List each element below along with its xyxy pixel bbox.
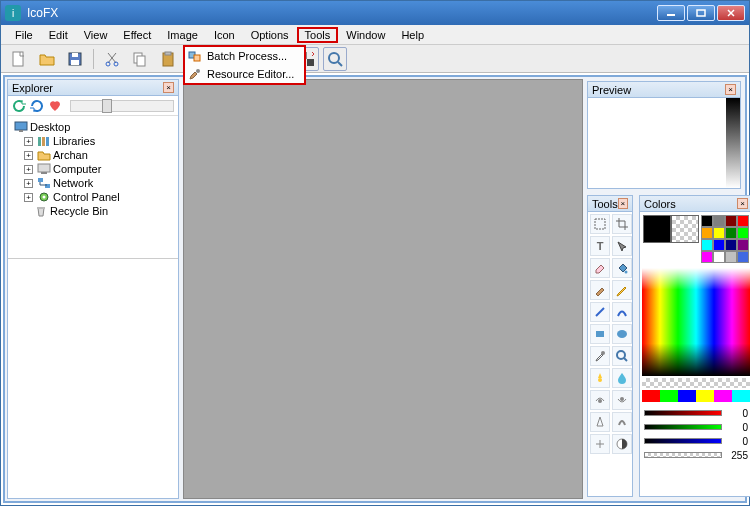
- lighten-tool[interactable]: [590, 368, 610, 388]
- palette-swatch[interactable]: [701, 251, 713, 263]
- fill-tool[interactable]: [612, 258, 632, 278]
- line-tool[interactable]: [590, 302, 610, 322]
- expand-icon[interactable]: +: [24, 193, 33, 202]
- paste-button[interactable]: [156, 47, 180, 71]
- libraries-icon: [37, 135, 51, 147]
- select-tool[interactable]: [590, 214, 610, 234]
- red-slider[interactable]: 0: [644, 406, 748, 420]
- palette-swatch[interactable]: [725, 227, 737, 239]
- menu-effect[interactable]: Effect: [115, 27, 159, 43]
- svg-point-47: [598, 399, 602, 403]
- close-button[interactable]: [717, 5, 745, 21]
- menu-icon[interactable]: Icon: [206, 27, 243, 43]
- colors-close-icon[interactable]: ×: [737, 198, 748, 209]
- menu-options[interactable]: Options: [243, 27, 297, 43]
- palette-swatch[interactable]: [725, 251, 737, 263]
- palette-swatch[interactable]: [737, 215, 749, 227]
- blue-slider[interactable]: 0: [644, 434, 748, 448]
- move-tool[interactable]: [612, 236, 632, 256]
- palette-swatch[interactable]: [713, 251, 725, 263]
- explorer-zoom-slider[interactable]: [70, 100, 174, 112]
- text-tool[interactable]: T: [590, 236, 610, 256]
- green-slider[interactable]: 0: [644, 420, 748, 434]
- tree-control-panel[interactable]: +Control Panel: [10, 190, 176, 204]
- palette-swatch[interactable]: [701, 215, 713, 227]
- expand-icon[interactable]: +: [24, 179, 33, 188]
- refresh-icon[interactable]: [12, 99, 26, 113]
- slider-thumb[interactable]: [102, 99, 112, 113]
- tree-recycle-bin[interactable]: Recycle Bin: [10, 204, 176, 218]
- menu-file[interactable]: File: [7, 27, 41, 43]
- palette-swatch[interactable]: [725, 239, 737, 251]
- magnify-tool[interactable]: [612, 346, 632, 366]
- hue-tool[interactable]: [590, 434, 610, 454]
- menu-view[interactable]: View: [76, 27, 116, 43]
- eyedropper-tool[interactable]: [590, 346, 610, 366]
- expand-icon[interactable]: +: [24, 151, 33, 160]
- svg-rect-11: [72, 53, 78, 57]
- explorer-close-icon[interactable]: ×: [163, 82, 174, 93]
- brush-tool[interactable]: [590, 280, 610, 300]
- svg-rect-16: [137, 56, 145, 66]
- maximize-button[interactable]: [687, 5, 715, 21]
- menu-help[interactable]: Help: [393, 27, 432, 43]
- smudge-tool[interactable]: [612, 412, 632, 432]
- preview-title-text: Preview: [592, 84, 631, 96]
- alpha-strip[interactable]: [642, 378, 750, 388]
- menu-batch-process[interactable]: Batch Process...: [185, 47, 304, 65]
- menu-window[interactable]: Window: [338, 27, 393, 43]
- contrast-tool[interactable]: [612, 434, 632, 454]
- tree-libraries[interactable]: +Libraries: [10, 134, 176, 148]
- new-file-button[interactable]: [7, 47, 31, 71]
- preview-close-icon[interactable]: ×: [725, 84, 736, 95]
- background-swatch[interactable]: [671, 215, 699, 243]
- menu-resource-editor[interactable]: Resource Editor...: [185, 65, 304, 83]
- canvas-area[interactable]: [183, 79, 583, 499]
- fg-bg-swatches[interactable]: [643, 215, 699, 263]
- eraser-tool[interactable]: [590, 258, 610, 278]
- dodge-tool[interactable]: [590, 390, 610, 410]
- palette-swatch[interactable]: [713, 227, 725, 239]
- tools-close-icon[interactable]: ×: [618, 198, 628, 209]
- expand-icon[interactable]: +: [24, 165, 33, 174]
- rect-tool[interactable]: [590, 324, 610, 344]
- burn-tool[interactable]: [612, 390, 632, 410]
- palette-swatch[interactable]: [701, 227, 713, 239]
- tree-archan[interactable]: +Archan: [10, 148, 176, 162]
- preview-grayscale-strip[interactable]: [726, 98, 740, 188]
- palette-swatch[interactable]: [713, 239, 725, 251]
- pencil-tool[interactable]: [612, 280, 632, 300]
- crop-tool[interactable]: [612, 214, 632, 234]
- palette-swatch[interactable]: [737, 227, 749, 239]
- zoom-button[interactable]: [323, 47, 347, 71]
- palette-swatch[interactable]: [737, 239, 749, 251]
- foreground-swatch[interactable]: [643, 215, 671, 243]
- save-button[interactable]: [63, 47, 87, 71]
- sharpen-tool[interactable]: [590, 412, 610, 432]
- menu-edit[interactable]: Edit: [41, 27, 76, 43]
- cut-button[interactable]: [100, 47, 124, 71]
- expand-icon[interactable]: +: [24, 137, 33, 146]
- tree-computer[interactable]: +Computer: [10, 162, 176, 176]
- color-spectrum[interactable]: [642, 268, 750, 376]
- menu-tools[interactable]: Tools: [297, 27, 339, 43]
- palette-swatch[interactable]: [713, 215, 725, 227]
- minimize-button[interactable]: [657, 5, 685, 21]
- alpha-slider[interactable]: 255: [644, 448, 748, 462]
- copy-button[interactable]: [128, 47, 152, 71]
- palette-swatch[interactable]: [701, 239, 713, 251]
- tree-desktop[interactable]: Desktop: [10, 120, 176, 134]
- menu-image[interactable]: Image: [159, 27, 206, 43]
- open-file-button[interactable]: [35, 47, 59, 71]
- ellipse-tool[interactable]: [612, 324, 632, 344]
- colors-title-text: Colors: [644, 198, 676, 210]
- heart-icon[interactable]: [48, 99, 62, 113]
- tree-network[interactable]: +Network: [10, 176, 176, 190]
- palette-swatch[interactable]: [725, 215, 737, 227]
- menubar: File Edit View Effect Image Icon Options…: [1, 25, 749, 45]
- rgb-preview-strip[interactable]: [642, 390, 750, 402]
- curve-tool[interactable]: [612, 302, 632, 322]
- blur-tool[interactable]: [612, 368, 632, 388]
- refresh2-icon[interactable]: [30, 99, 44, 113]
- palette-swatch[interactable]: [737, 251, 749, 263]
